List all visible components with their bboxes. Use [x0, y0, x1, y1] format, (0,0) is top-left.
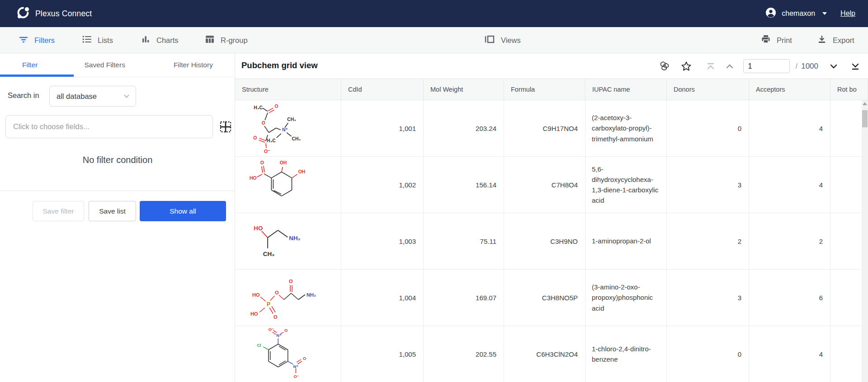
col-header-molweight[interactable]: Mol Weight: [424, 79, 504, 100]
favorite-star-icon[interactable]: [680, 60, 693, 73]
svg-text:O⁻: O⁻: [264, 149, 270, 154]
cell-cdid: 1,005: [341, 326, 424, 382]
views-icon: [484, 34, 495, 47]
table-row[interactable]: H₃C O O N⁺ CH₃ CH₃ H₃C O O⁻ 1,001 203.24…: [235, 100, 868, 157]
show-all-button[interactable]: Show all: [140, 201, 226, 221]
grid-view: Pubchem grid view: [235, 53, 868, 382]
cell-donors: 0: [667, 100, 749, 156]
toolbar-print[interactable]: Print: [760, 27, 792, 53]
cell-cdid: 1,002: [341, 157, 424, 213]
download-icon: [816, 34, 827, 47]
user-menu-caret-icon[interactable]: [822, 12, 827, 15]
database-select[interactable]: all database: [49, 86, 136, 107]
toolbar-lists[interactable]: Lists: [81, 27, 113, 53]
svg-text:OH: OH: [298, 169, 305, 174]
chevron-down-icon: [124, 94, 129, 98]
choose-fields-input[interactable]: [5, 115, 213, 138]
tab-filter-history[interactable]: Filter History: [174, 61, 213, 69]
page-total: 1000: [801, 62, 818, 71]
cell-cdid: 1,003: [341, 213, 424, 269]
col-header-iupac[interactable]: IUPAC name: [585, 79, 667, 100]
toolbar-charts[interactable]: Charts: [140, 27, 179, 53]
cell-iupac: 5,6-dihydroxycyclohexa-1,3-diene-1-carbo…: [585, 157, 667, 213]
toolbar-filters-label: Filters: [34, 36, 55, 45]
structure-drawing[interactable]: P HO HO O O O NH₂: [235, 270, 341, 326]
cell-iupac: (3-amino-2-oxo-propoxy)phosphonic acid: [585, 270, 667, 326]
cell-acceptors: 4: [749, 157, 830, 213]
cell-iupac: 1-chloro-2,4-dinitro-benzene: [585, 326, 667, 382]
svg-text:NH₂: NH₂: [307, 292, 316, 298]
col-header-rotbonds[interactable]: Rot bo: [830, 79, 868, 100]
svg-text:N⁺: N⁺: [282, 127, 288, 132]
save-filter-button[interactable]: Save filter: [33, 201, 84, 221]
toolbar-export-label: Export: [833, 36, 854, 45]
toolbar-views[interactable]: Views: [484, 27, 521, 53]
structure-field-icon[interactable]: [219, 120, 232, 134]
print-icon: [760, 34, 771, 47]
results-table: Structure CdId Mol Weight Formula IUPAC …: [235, 79, 868, 382]
bar-chart-icon: [140, 34, 151, 47]
cell-donors: 2: [667, 213, 749, 269]
structure-drawing[interactable]: HO NH₂ CH₃: [235, 213, 341, 269]
list-icon: [81, 34, 92, 47]
toolbar-export[interactable]: Export: [816, 27, 854, 53]
cell-cdid: 1,004: [341, 270, 424, 326]
database-select-value: all database: [57, 92, 97, 101]
cell-donors: 3: [667, 157, 749, 213]
first-page-icon[interactable]: [704, 60, 717, 73]
svg-text:NH₂: NH₂: [289, 235, 300, 242]
svg-text:CH₃: CH₃: [287, 117, 296, 122]
last-page-icon[interactable]: [849, 60, 862, 73]
col-header-acceptors[interactable]: Acceptors: [749, 79, 830, 100]
cell-molweight: 169.07: [424, 270, 504, 326]
tab-saved-filters[interactable]: Saved Filters: [84, 61, 125, 69]
cell-iupac: 1-aminopropan-2-ol: [585, 213, 667, 269]
user-menu[interactable]: chemaxon: [782, 9, 815, 18]
sidebar-divider: [0, 191, 235, 191]
col-header-structure[interactable]: Structure: [235, 79, 341, 100]
svg-text:N⁺: N⁺: [293, 364, 298, 369]
structure-drawing[interactable]: H₃C O O N⁺ CH₃ CH₃ H₃C O O⁻: [235, 100, 341, 156]
cell-formula: C3H9NO: [504, 213, 585, 269]
brand: Plexus Connect: [16, 6, 92, 21]
toolbar-rgroup[interactable]: R-group: [204, 27, 248, 53]
table-row[interactable]: Cl N⁺ O⁻ O N⁺ O O⁻ 1,005 202.55 C6H3ClN2…: [235, 326, 868, 382]
toolbar-filters[interactable]: Filters: [18, 27, 55, 53]
search-in-label: Search in: [8, 91, 39, 100]
plexus-logo-icon: [16, 6, 30, 21]
cell-donors: 3: [667, 270, 749, 326]
table-header-row: Structure CdId Mol Weight Formula IUPAC …: [235, 79, 868, 100]
svg-text:O: O: [253, 135, 257, 140]
grid-view-title: Pubchem grid view: [241, 61, 318, 70]
table-row[interactable]: O HO OH OH 1,002 156.14 C7H8O4 5,6-dihyd…: [235, 157, 868, 213]
help-link[interactable]: Help: [840, 9, 855, 18]
col-header-formula[interactable]: Formula: [504, 79, 585, 100]
top-navbar: Plexus Connect chemaxon Help: [0, 0, 868, 27]
prev-page-icon[interactable]: [723, 60, 736, 73]
structures-view-icon[interactable]: [658, 60, 671, 73]
svg-text:P: P: [267, 301, 270, 307]
svg-text:H₃C: H₃C: [254, 105, 263, 110]
table-row[interactable]: P HO HO O O O NH₂ 1,004 169.07 C3H8NO5P …: [235, 270, 868, 326]
scrollbar-thumb[interactable]: [862, 110, 868, 127]
table-row[interactable]: HO NH₂ CH₃ 1,003 75.11 C3H9NO 1-aminopro…: [235, 213, 868, 270]
structure-drawing[interactable]: O HO OH OH: [235, 157, 341, 213]
structure-drawing[interactable]: Cl N⁺ O⁻ O N⁺ O O⁻: [235, 326, 341, 382]
next-page-icon[interactable]: [827, 60, 840, 73]
toolbar-charts-label: Charts: [156, 36, 179, 45]
tab-filter[interactable]: Filter: [22, 61, 38, 69]
cell-formula: C9H17NO4: [504, 100, 585, 156]
svg-text:O: O: [274, 314, 278, 320]
col-header-cdid[interactable]: CdId: [341, 79, 424, 100]
vertical-scrollbar[interactable]: [862, 100, 868, 382]
cell-acceptors: 4: [749, 100, 830, 156]
save-list-button[interactable]: Save list: [89, 201, 136, 221]
svg-text:O: O: [262, 121, 265, 126]
toolbar-print-label: Print: [777, 36, 792, 45]
toolbar-lists-label: Lists: [98, 36, 113, 45]
no-filter-message: No filter condition: [0, 155, 235, 165]
page-number-input[interactable]: [743, 59, 790, 73]
col-header-donors[interactable]: Donors: [667, 79, 749, 100]
scroll-up-arrow-icon[interactable]: [863, 102, 867, 105]
svg-text:HO: HO: [254, 225, 263, 232]
